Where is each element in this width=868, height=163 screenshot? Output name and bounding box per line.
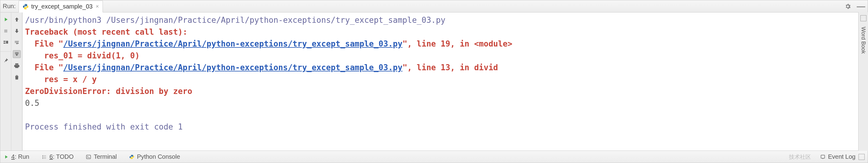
- traceback-file-link-1[interactable]: /Users/jingnan/Practice/April/python-exc…: [63, 39, 402, 48]
- traceback-code-2: res = x / y: [25, 75, 97, 84]
- python-console-label: Python Console: [137, 153, 180, 160]
- hide-panel-icon[interactable]: —: [857, 2, 865, 11]
- print-icon[interactable]: [13, 62, 21, 70]
- file2-prefix: File ": [25, 63, 63, 72]
- event-log-label: Event Log: [828, 153, 856, 160]
- word-book-label[interactable]: Word Book: [860, 27, 866, 54]
- terminal-label: Terminal: [94, 153, 117, 160]
- stop-icon[interactable]: [2, 27, 10, 35]
- svg-rect-1: [3, 41, 5, 42]
- command-line: /usr/bin/python3 /Users/jingnan/Practice…: [25, 15, 445, 25]
- python-file-icon: [23, 4, 29, 10]
- delete-icon[interactable]: [13, 73, 21, 81]
- traceback-header: Traceback (most recent call last):: [25, 27, 187, 37]
- svg-rect-0: [4, 30, 7, 33]
- file1-suffix: ", line 19, in <module>: [403, 39, 513, 48]
- tab-title: try_except_sample_03: [31, 3, 92, 10]
- console-output[interactable]: /usr/bin/python3 /Users/jingnan/Practice…: [23, 12, 868, 151]
- svg-rect-3: [6, 41, 8, 43]
- stdout-line-1: 0.5: [25, 98, 39, 108]
- right-side-strip: Word Book: [858, 12, 868, 151]
- blank-line: [25, 110, 30, 120]
- up-arrow-icon[interactable]: [13, 15, 21, 24]
- toolwindow-todo[interactable]: 6: TODO 6: TODO: [41, 153, 73, 160]
- svg-rect-2: [3, 43, 5, 43]
- file2-suffix: ", line 13, in divid: [403, 63, 498, 72]
- soft-wrap-icon[interactable]: [13, 39, 21, 46]
- exit-code-line: Process finished with exit code 1: [25, 122, 183, 131]
- toolwindow-event-log[interactable]: Event Log: [820, 153, 856, 160]
- file1-prefix: File ": [25, 39, 63, 48]
- run-label: Run:: [3, 3, 16, 10]
- run-tab-header: Run: try_except_sample_03 × —: [0, 0, 868, 12]
- traceback-code-1: res_01 = divid(1, 0): [25, 51, 140, 60]
- traceback-file-link-2[interactable]: /Users/jingnan/Practice/April/python-exc…: [63, 63, 402, 72]
- rerun-icon[interactable]: [2, 15, 10, 24]
- down-arrow-icon[interactable]: [13, 27, 21, 35]
- run-gutter-left: [0, 12, 11, 151]
- scroll-to-end-icon[interactable]: [13, 50, 21, 58]
- error-line: ZeroDivisionError: division by zero: [25, 87, 192, 96]
- layout-icon[interactable]: [2, 39, 10, 46]
- pin-icon[interactable]: [2, 56, 10, 65]
- toolwindow-terminal[interactable]: Terminal: [86, 153, 117, 160]
- toolwindow-run[interactable]: 44: Run: Run: [3, 153, 29, 160]
- close-tab-icon[interactable]: ×: [96, 3, 99, 10]
- svg-rect-5: [821, 155, 825, 158]
- run-config-tab[interactable]: try_except_sample_03 ×: [19, 1, 103, 12]
- settings-gear-icon[interactable]: [844, 3, 851, 10]
- svg-rect-4: [86, 155, 91, 159]
- side-tool-icon[interactable]: [860, 15, 866, 21]
- run-mnemonic: 4: [11, 153, 14, 160]
- toolwindow-python-console[interactable]: Python Console: [129, 153, 180, 160]
- run-gutter-right: [11, 12, 22, 151]
- bottom-right-icon[interactable]: [859, 154, 865, 160]
- status-bar: 44: Run: Run 6: TODO 6: TODO Terminal Py…: [0, 151, 868, 163]
- watermark-text: 技术社区: [789, 153, 811, 161]
